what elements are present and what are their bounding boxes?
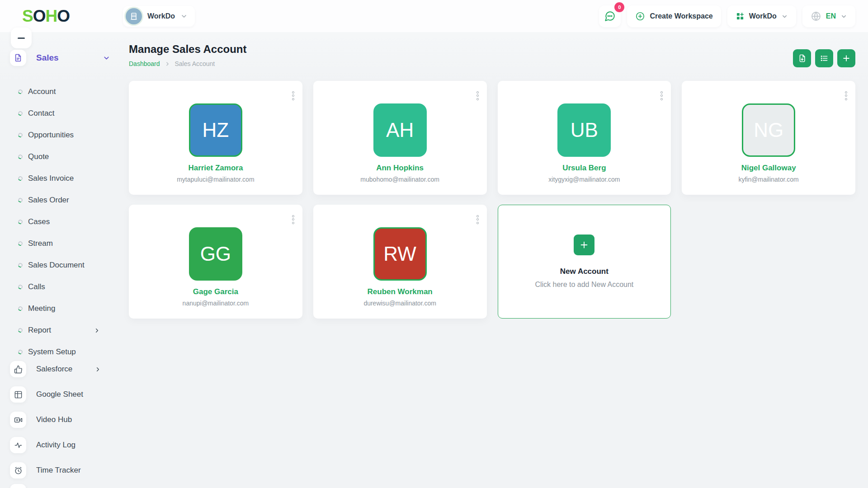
card-menu-button[interactable] <box>475 88 481 103</box>
sidebar-item-meeting[interactable]: Meeting <box>0 298 128 319</box>
card-menu-button[interactable] <box>659 88 665 103</box>
sidebar-item-contact[interactable]: Contact <box>0 103 128 124</box>
language-selector[interactable]: EN <box>802 5 855 27</box>
sidebar-item-cases[interactable]: Cases <box>0 211 128 233</box>
account-avatar: RW <box>373 227 427 281</box>
sidebar-item-video-hub[interactable]: Video Hub <box>0 407 128 432</box>
page-toolbar <box>793 49 855 67</box>
bullet-icon <box>17 240 23 246</box>
workspace-switcher[interactable]: WorkDo <box>123 6 195 27</box>
bullet-icon <box>17 197 23 203</box>
card-menu-button[interactable] <box>843 88 849 103</box>
sidebar-item-time-tracker[interactable]: Time Tracker <box>0 458 128 483</box>
sidebar-item-calls[interactable]: Calls <box>0 276 128 298</box>
sidebar-item-label: Opportunities <box>28 131 128 140</box>
workspace-name: WorkDo <box>147 12 175 20</box>
bullet-icon <box>17 89 23 94</box>
breadcrumb-separator-icon <box>165 61 170 67</box>
sidebar-item-label: Report <box>28 326 94 335</box>
sidebar-item-salesforce[interactable]: Salesforce <box>0 357 128 382</box>
sidebar-item-label: Calls <box>28 282 128 291</box>
building-icon <box>126 8 142 24</box>
export-file-icon <box>797 54 807 63</box>
sidebar-item-activity-log[interactable]: Activity Log <box>0 432 128 458</box>
new-account-plus-button[interactable] <box>574 235 594 255</box>
create-workspace-button[interactable]: Create Workspace <box>627 5 721 27</box>
account-card: AH Ann Hopkins mubohomo@mailinator.com <box>313 81 487 195</box>
bullet-icon <box>17 305 23 311</box>
sidebar-item-stream[interactable]: Stream <box>0 233 128 254</box>
sidebar-item-google-sheet[interactable]: Google Sheet <box>0 382 128 407</box>
breadcrumb: Dashboard Sales Account <box>129 60 855 67</box>
bullet-icon <box>17 349 23 355</box>
account-avatar: HZ <box>189 103 242 157</box>
sidebar-item-label: Sales Document <box>28 261 128 270</box>
account-email: kyfin@mailinator.com <box>738 176 798 183</box>
card-menu-button[interactable] <box>475 212 481 227</box>
soho-logo: SOHO <box>22 8 70 24</box>
breadcrumb-current: Sales Account <box>175 60 215 67</box>
sidebar-item-sales-document[interactable]: Sales Document <box>0 254 128 276</box>
card-menu-button[interactable] <box>290 212 296 227</box>
account-avatar: GG <box>189 227 242 281</box>
document-icon <box>10 50 26 66</box>
minus-icon <box>18 38 25 39</box>
sidebar-item-label: Stream <box>28 239 128 248</box>
sidebar-item-label: System Setup <box>28 347 128 357</box>
account-name-link[interactable]: Gage Garcia <box>193 287 238 296</box>
bullet-icon <box>17 154 23 160</box>
bullet-icon <box>17 284 23 290</box>
account-name-link[interactable]: Nigel Galloway <box>741 164 796 173</box>
account-name-link[interactable]: Ursula Berg <box>562 164 606 173</box>
sidebar-item-report[interactable]: Report <box>0 319 128 341</box>
page-title: Manage Sales Account <box>129 43 855 56</box>
workdo-menu-button[interactable]: WorkDo <box>727 5 796 27</box>
activity-pulse-icon <box>10 437 26 453</box>
account-name-link[interactable]: Harriet Zamora <box>188 164 243 173</box>
breadcrumb-dashboard-link[interactable]: Dashboard <box>129 60 160 67</box>
sidebar-item-quote[interactable]: Quote <box>0 146 128 168</box>
account-email: mubohomo@mailinator.com <box>360 176 439 183</box>
sidebar-item-label: Contact <box>28 109 128 118</box>
sidebar-collapse-button[interactable] <box>11 28 32 48</box>
sidebar-item-account[interactable]: Account <box>0 81 128 103</box>
chat-bubble-icon <box>604 10 616 22</box>
sidebar-item-sales-invoice[interactable]: Sales Invoice <box>0 168 128 189</box>
account-card: HZ Harriet Zamora mytapuluci@mailinator.… <box>129 81 302 195</box>
account-name-link[interactable]: Ann Hopkins <box>376 164 424 173</box>
card-menu-button[interactable] <box>290 88 296 103</box>
sidebar-item-label: Cases <box>28 217 128 226</box>
account-avatar: NG <box>742 103 795 157</box>
main-content: Manage Sales Account Dashboard Sales Acc… <box>128 32 868 488</box>
list-view-button[interactable] <box>815 49 833 67</box>
sidebar-item-label: Google Sheet <box>36 390 128 399</box>
circle-plus-icon <box>635 11 645 21</box>
accounts-grid: HZ Harriet Zamora mytapuluci@mailinator.… <box>129 81 855 319</box>
sidebar-section-sales[interactable]: Sales <box>10 50 118 66</box>
top-header: SOHO WorkDo 0 Create Worksp <box>0 0 868 32</box>
sidebar-item-opportunities[interactable]: Opportunities <box>0 124 128 146</box>
new-account-card[interactable]: New Account Click here to add New Accoun… <box>498 205 671 319</box>
messages-button[interactable]: 0 <box>599 5 621 27</box>
account-name-link[interactable]: Reuben Workman <box>368 287 433 296</box>
sidebar-item-partial[interactable] <box>10 484 26 488</box>
bullet-icon <box>17 262 23 268</box>
account-avatar: UB <box>557 103 611 157</box>
add-account-button[interactable] <box>837 49 855 67</box>
sidebar-item-label: Activity Log <box>36 441 128 450</box>
grid-plus-icon <box>736 12 745 21</box>
sidebar-item-label: Salesforce <box>36 365 94 374</box>
bullet-icon <box>17 132 23 138</box>
chevron-down-icon <box>103 54 110 62</box>
sidebar-item-label: Time Tracker <box>36 466 128 475</box>
account-card: NG Nigel Galloway kyfin@mailinator.com <box>682 81 855 195</box>
bullet-icon <box>17 175 23 181</box>
alarm-clock-icon <box>10 462 26 479</box>
account-email: nanupi@mailinator.com <box>183 300 249 307</box>
sidebar-item-label: Sales Invoice <box>28 174 128 183</box>
export-accounts-button[interactable] <box>793 49 811 67</box>
create-workspace-label: Create Workspace <box>650 12 712 20</box>
sidebar-item-sales-order[interactable]: Sales Order <box>0 189 128 211</box>
video-camera-icon <box>10 412 26 428</box>
sidebar-item-label: Meeting <box>28 304 128 313</box>
